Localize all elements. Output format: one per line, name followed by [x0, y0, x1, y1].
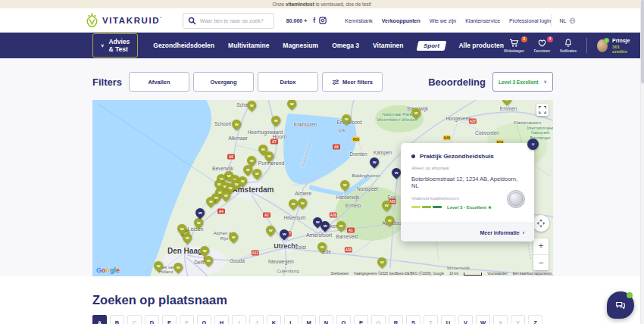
fullscreen-button[interactable] [536, 104, 549, 116]
more-info-label: Meer informatie [480, 230, 520, 235]
header-link-professional-login[interactable]: Professional login [509, 18, 551, 23]
letter-l[interactable]: L [284, 315, 299, 324]
location-popup: × Praktijk Gezondheidshuis Alleen op afs… [401, 143, 534, 241]
filter-button-detox[interactable]: Detox [258, 72, 318, 92]
road-shield-n48: N48 [443, 136, 451, 141]
favorites-label: Favorieten [534, 49, 550, 53]
popup-address: Boterbloemstraat 12, 1234 AB, Apeldoorn,… [411, 176, 524, 189]
nav-alle-producten[interactable]: Alle producten [458, 42, 504, 49]
bell-icon [564, 39, 573, 48]
zoom-out-button[interactable]: − [533, 255, 549, 271]
letter-e[interactable]: E [162, 315, 177, 324]
terms-link[interactable]: Voorwaarden [487, 272, 508, 276]
letter-b[interactable]: B [110, 315, 124, 324]
map-section: Filters AfvallenOvergangDetox Meer filte… [0, 58, 644, 276]
header-link-kennisbank[interactable]: Kennisbank [345, 18, 373, 23]
zoom-in-button[interactable]: + [533, 238, 549, 255]
alphabet-row: ABCDEFGHIJKLMNOPQRSTUVWXYZ [92, 315, 552, 324]
letter-z[interactable]: Z [528, 315, 542, 324]
cart-button[interactable]: Winkelwagen 3 [504, 39, 524, 53]
more-filters-button[interactable]: Meer filters [322, 72, 383, 92]
instagram-icon[interactable] [319, 17, 327, 24]
locale-selector[interactable]: NL [551, 14, 576, 26]
copyright-text: Kaartgegevens ©2025 GeoBasis-DE/BKG (©20… [354, 272, 444, 276]
header-links: KennisbankVerkooppuntenWie we zijnKlante… [345, 18, 551, 23]
user-account[interactable]: ✓ Prinsje 301 credits [597, 37, 633, 53]
promo-text-prefix: Onze [273, 2, 286, 7]
popup-subtitle: Alleen op afspraak [411, 166, 524, 170]
rating-dropdown[interactable]: Level 3 Excellent ∨ [492, 72, 553, 92]
vitakruid-logo-icon [86, 13, 98, 28]
letter-a[interactable]: A [92, 315, 107, 324]
header-link-klantenservice[interactable]: Klantenservice [465, 18, 500, 23]
search-input[interactable] [200, 18, 269, 23]
letter-d[interactable]: D [145, 315, 159, 324]
road-shield-a37: A37 [469, 119, 477, 124]
shortcuts-link[interactable]: Sneltoetsen [330, 272, 349, 276]
meter-segment [433, 206, 442, 208]
quality-meter: Level 3 - Excellent ★ [411, 204, 524, 210]
letter-v[interactable]: V [458, 315, 473, 324]
nav-item-gezondheidsdoelen[interactable]: Gezondheidsdoelen [153, 42, 214, 49]
letter-x: X [493, 315, 508, 324]
nav-sport-badge[interactable]: Sport [416, 41, 446, 51]
letter-r[interactable]: R [389, 315, 403, 324]
letter-o[interactable]: O [336, 315, 351, 324]
heart-icon [537, 39, 547, 48]
letter-u[interactable]: U [441, 315, 455, 324]
reviews-count[interactable]: 80.000 + [286, 18, 307, 23]
page: Onze vitaminetest is vernieuwd, doe de t… [0, 0, 644, 324]
road-shield-a30: A30 [345, 248, 352, 253]
more-info-link[interactable]: Meer informatie › [401, 223, 534, 241]
nav-item-magnesium[interactable]: Magnesium [283, 42, 318, 49]
map-canvas[interactable]: AmsterdamDen HaagUtrechtSchagenSchoorlAl… [92, 100, 553, 276]
cart-icon [509, 39, 519, 48]
letter-p[interactable]: P [354, 315, 368, 324]
google-logo[interactable]: Google [96, 266, 120, 274]
letter-k[interactable]: K [267, 315, 281, 324]
popup-title: Praktijk Gezondheidshuis [420, 153, 494, 160]
map-attribution: Sneltoetsen Kaartgegevens ©2025 GeoBasis… [330, 272, 552, 276]
notifications-button[interactable]: Notificaties [560, 39, 577, 53]
letter-g[interactable]: G [197, 315, 211, 324]
nav-right: Winkelwagen 3 Favorieten 4 Notificaties … [504, 37, 632, 53]
filters-title: Filters [92, 76, 129, 88]
pan-control[interactable] [533, 215, 549, 232]
filter-button-overgang[interactable]: Overgang [193, 72, 254, 92]
nav-item-omega-3[interactable]: Omega 3 [332, 42, 359, 49]
letter-s[interactable]: S [406, 315, 420, 324]
letter-m[interactable]: M [302, 315, 316, 324]
header-link-wie-we-zijn[interactable]: Wie we zijn [430, 18, 456, 23]
nav-divider [586, 38, 587, 53]
letter-w[interactable]: W [476, 315, 490, 324]
brand-logo[interactable]: VITAKRUID° [86, 13, 163, 28]
scrollbar-thumb[interactable] [641, 0, 644, 83]
search-bar[interactable] [183, 13, 274, 29]
chat-fab[interactable] [607, 291, 634, 319]
letter-h[interactable]: H [214, 315, 229, 324]
scrollbar[interactable] [640, 0, 644, 324]
header-link-verkooppunten[interactable]: Verkooppunten [382, 18, 420, 23]
nav-advies-test[interactable]: ∨ Advies & Test [92, 33, 138, 58]
cart-label: Winkelwagen [504, 49, 524, 53]
letter-n[interactable]: N [319, 315, 333, 324]
favorites-button[interactable]: Favorieten 4 [534, 39, 550, 53]
road-shield-a12: A12 [252, 251, 259, 256]
nav-item-multivitamine[interactable]: Multivitamine [228, 42, 269, 49]
nav-item-vitaminen[interactable]: Vitaminen [373, 42, 403, 49]
check-badge-icon: ✓ [604, 38, 609, 43]
nav-items: GezondheidsdoelenMultivitamineMagnesiumO… [153, 42, 403, 49]
place-search-section: Zoeken op plaatsnaam ABCDEFGHIJKLMNOPQRS… [0, 276, 644, 324]
road-shield-a1: A1 [347, 228, 355, 233]
filter-button-afvallen[interactable]: Afvallen [129, 72, 189, 92]
facebook-icon[interactable]: f [313, 17, 315, 24]
close-icon[interactable]: × [527, 139, 539, 150]
sliders-icon [332, 79, 339, 86]
notifications-label: Notificaties [560, 49, 577, 53]
promo-banner[interactable]: Onze vitaminetest is vernieuwd, doe de t… [0, 0, 644, 8]
nav-advies-label: Advies & Test [108, 38, 130, 53]
rating-label: Beoordeling [428, 76, 486, 88]
report-link[interactable]: Een kaartfout rapporteren [513, 272, 552, 276]
online-dot [627, 292, 633, 298]
locale-label: NL [559, 18, 566, 23]
